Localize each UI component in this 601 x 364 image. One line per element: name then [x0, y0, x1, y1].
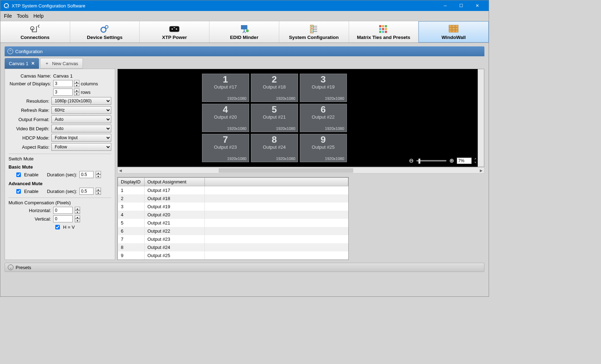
table-row[interactable]: 9Output #25: [118, 251, 348, 260]
vertical-scrollbar[interactable]: [478, 69, 484, 167]
svg-point-3: [172, 28, 173, 30]
table-row[interactable]: 6Output #22: [118, 227, 348, 235]
configuration-label: Configuration: [15, 49, 43, 54]
svg-rect-10: [311, 28, 313, 29]
columns-label: columns: [81, 81, 98, 86]
toolbar-connections[interactable]: Connections: [0, 21, 70, 42]
table-row[interactable]: 3Output #19: [118, 203, 348, 211]
toolbar-device-settings[interactable]: Device Settings: [70, 21, 140, 42]
basic-duration-label: Duration (sec):: [47, 172, 77, 177]
display-cell[interactable]: 4Output #201920x1080: [202, 104, 249, 132]
cell-output: Output #19: [312, 84, 335, 90]
main-window: XTP System Configuration Software ─ ☐ ✕ …: [0, 0, 489, 297]
horizontal-label: Horizontal:: [9, 208, 51, 213]
configuration-header[interactable]: ⌃ Configuration: [5, 46, 484, 56]
columns-input[interactable]: [53, 80, 73, 87]
scroll-right-icon[interactable]: ▶: [480, 169, 483, 172]
refresh-label: Refresh Rate:: [9, 108, 49, 113]
basic-duration-spinner[interactable]: ▲▼: [96, 171, 101, 178]
canvas-preview[interactable]: 1Output #171920x10802Output #181920x1080…: [117, 69, 484, 167]
close-button[interactable]: ✕: [469, 0, 485, 11]
horizontal-spinner[interactable]: ▲▼: [75, 207, 80, 214]
table-header-output[interactable]: Output Assignment: [145, 178, 205, 186]
system-config-icon: [309, 24, 319, 34]
vertical-label: Vertical:: [9, 216, 51, 222]
hv-checkbox[interactable]: [55, 225, 60, 229]
format-select[interactable]: Auto: [51, 115, 111, 123]
cell-number: 3: [321, 75, 326, 84]
aspect-select[interactable]: Follow: [51, 143, 111, 151]
zoom-out-icon[interactable]: ⊖: [409, 157, 414, 164]
hdcp-select[interactable]: Follow Input: [51, 134, 111, 142]
menu-tools[interactable]: Tools: [17, 13, 29, 19]
toolbar-edid-minder[interactable]: EDID Minder: [209, 21, 279, 42]
minimize-button[interactable]: ─: [437, 0, 453, 11]
rows-spinner[interactable]: ▲▼: [74, 89, 79, 96]
adv-duration-label: Duration (sec):: [47, 189, 77, 194]
switch-mute-label: Switch Mute: [9, 156, 111, 161]
toolbar-xtp-power[interactable]: XTP Power: [140, 21, 209, 42]
display-cell[interactable]: 8Output #241920x1080: [251, 134, 298, 162]
horizontal-input[interactable]: [53, 207, 73, 214]
zoom-value-input[interactable]: [457, 158, 472, 164]
columns-spinner[interactable]: ▲▼: [74, 80, 79, 87]
menu-file[interactable]: File: [4, 13, 12, 19]
toolbar-matrix-ties[interactable]: Matrix Ties and Presets: [349, 21, 419, 42]
row-output: Output #18: [145, 194, 205, 203]
aspect-label: Aspect Ratio:: [9, 144, 49, 150]
cell-res: 1920x1080: [325, 126, 344, 131]
svg-point-7: [246, 29, 249, 32]
refresh-select[interactable]: 60Hz: [51, 106, 111, 114]
display-cell[interactable]: 9Output #251920x1080: [300, 134, 347, 162]
table-header-id[interactable]: DisplayID: [118, 178, 145, 186]
basic-mute-enable[interactable]: [16, 172, 21, 177]
table-header-spacer: [205, 178, 348, 186]
tab-canvas-1[interactable]: Canvas 1 ✕: [5, 58, 39, 69]
chevron-down-icon: ⌄: [8, 265, 13, 270]
adv-mute-enable[interactable]: [16, 189, 21, 194]
scroll-thumb[interactable]: [219, 168, 353, 173]
basic-duration-input[interactable]: [79, 171, 94, 178]
zoom-in-icon[interactable]: ⊕: [449, 157, 454, 164]
close-tab-icon[interactable]: ✕: [31, 61, 35, 66]
presets-label: Presets: [16, 265, 31, 270]
svg-rect-23: [379, 31, 381, 33]
maximize-button[interactable]: ☐: [453, 0, 469, 11]
display-cell[interactable]: 3Output #191920x1080: [300, 74, 347, 102]
resolution-select[interactable]: 1080p (1920x1080): [51, 97, 111, 105]
adv-duration-spinner[interactable]: ▲▼: [96, 188, 101, 195]
table-row[interactable]: 7Output #23: [118, 235, 348, 243]
tab-new-canvas[interactable]: ＋ New Canvas: [40, 58, 83, 69]
zoom-slider[interactable]: [416, 160, 446, 161]
horizontal-scrollbar[interactable]: ◀ ▶: [117, 167, 484, 174]
toolbar-windowall[interactable]: WindoWall: [419, 21, 489, 42]
adv-duration-input[interactable]: [79, 188, 94, 195]
cell-number: 6: [321, 105, 326, 114]
table-row[interactable]: 8Output #24: [118, 243, 348, 251]
display-cell[interactable]: 7Output #231920x1080: [202, 134, 249, 162]
display-cell[interactable]: 2Output #181920x1080: [251, 74, 298, 102]
connections-icon: [29, 24, 41, 34]
display-cell[interactable]: 6Output #221920x1080: [300, 104, 347, 132]
vertical-input[interactable]: [53, 215, 73, 222]
presets-header[interactable]: ⌄ Presets: [5, 263, 484, 272]
svg-rect-33: [452, 30, 455, 32]
row-id: 2: [118, 194, 145, 203]
table-row[interactable]: 5Output #21: [118, 219, 348, 227]
cell-res: 1920x1080: [276, 157, 295, 161]
cell-number: 7: [223, 135, 228, 144]
table-row[interactable]: 1Output #17: [118, 186, 348, 195]
hdcp-label: HDCP Mode:: [9, 135, 49, 141]
menu-help[interactable]: Help: [33, 13, 44, 19]
table-row[interactable]: 4Output #20: [118, 211, 348, 219]
display-cell[interactable]: 5Output #211920x1080: [251, 104, 298, 132]
display-cell[interactable]: 1Output #171920x1080: [202, 74, 249, 102]
table-row[interactable]: 2Output #18: [118, 194, 348, 203]
scroll-left-icon[interactable]: ◀: [119, 169, 122, 172]
bitdepth-select[interactable]: Auto: [51, 125, 111, 132]
rows-input[interactable]: [53, 89, 73, 96]
canvas-tabs: Canvas 1 ✕ ＋ New Canvas: [5, 58, 484, 69]
cell-res: 1920x1080: [227, 157, 246, 161]
toolbar-system-config[interactable]: System Configuration: [279, 21, 349, 42]
vertical-spinner[interactable]: ▲▼: [75, 215, 80, 222]
